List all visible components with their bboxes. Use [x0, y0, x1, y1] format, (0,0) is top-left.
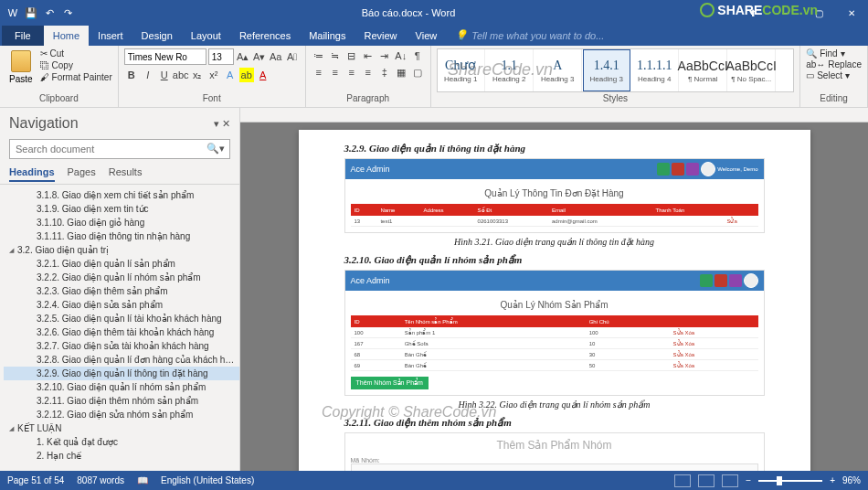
font-color-icon[interactable]: A: [256, 68, 270, 82]
print-layout-button[interactable]: [698, 474, 715, 487]
close-button[interactable]: ✕: [835, 0, 868, 26]
nav-heading-item[interactable]: 3.2.7. Giao diện sửa tài khoản khách hàn…: [4, 339, 239, 353]
shrink-font-icon[interactable]: A▾: [252, 49, 267, 64]
nav-tab-pages[interactable]: Pages: [68, 166, 96, 182]
borders-icon[interactable]: ▢: [410, 65, 425, 80]
text-effects-icon[interactable]: A: [223, 68, 238, 82]
page-status[interactable]: Page 51 of 54: [7, 475, 64, 485]
align-center-icon[interactable]: ≡: [328, 65, 343, 80]
nav-heading-item[interactable]: 3.2.9. Giao diện quản lí thông tin đặt h…: [4, 367, 239, 380]
search-icon[interactable]: 🔍▾: [206, 143, 225, 154]
style-item[interactable]: AHeading 3: [535, 49, 582, 91]
logo-icon: [700, 3, 715, 17]
word-count[interactable]: 8087 words: [77, 475, 124, 485]
paste-button[interactable]: Paste: [5, 48, 37, 86]
replace-button[interactable]: ab↔ Replace: [806, 59, 862, 69]
nav-heading-item[interactable]: 3.2.10. Giao diện quản lí nhóm sản phẩm: [4, 380, 239, 394]
nav-heading-item[interactable]: 3.2.8. Giao diện quản lí đơn hàng của kh…: [4, 353, 239, 367]
nav-heading-item[interactable]: 3.2.12. Giao diện sửa nhóm sản phẩm: [4, 408, 239, 421]
tab-mailings[interactable]: Mailings: [300, 26, 355, 46]
nav-heading-item[interactable]: 3.2.4. Giao diện sửa sản phẩm: [4, 298, 239, 312]
nav-heading-item[interactable]: 2. Hạn chế: [4, 449, 239, 463]
tab-references[interactable]: References: [230, 26, 300, 46]
align-right-icon[interactable]: ≡: [344, 65, 359, 80]
increase-indent-icon[interactable]: ⇥: [377, 48, 392, 63]
grow-font-icon[interactable]: A▴: [236, 49, 250, 64]
zoom-level[interactable]: 96%: [842, 475, 861, 485]
zoom-out-button[interactable]: −: [746, 475, 751, 485]
select-button[interactable]: ▭ Select ▾: [806, 70, 862, 80]
cut-button[interactable]: ✂ Cut: [40, 48, 112, 59]
format-painter-button[interactable]: 🖌 Format Painter: [40, 72, 112, 82]
nav-close-button[interactable]: ▾ ✕: [214, 118, 230, 130]
nav-heading-item[interactable]: 3.2.6. Giao diện thêm tài khoản khách hà…: [4, 325, 239, 339]
style-gallery[interactable]: ChươHeading 11.1Heading 2AHeading 31.4.1…: [437, 48, 794, 92]
tab-layout[interactable]: Layout: [182, 26, 230, 46]
web-layout-button[interactable]: [722, 474, 738, 487]
nav-tab-results[interactable]: Results: [109, 166, 143, 182]
nav-heading-item[interactable]: 3.1.8. Giao diện xem chi tiết sản phẩm: [4, 188, 239, 202]
nav-tab-headings[interactable]: Headings: [9, 166, 55, 182]
ruler[interactable]: [240, 108, 868, 122]
heading-3210: 3.2.10. Giao diện quản lí nhóm sản phẩm: [344, 254, 765, 266]
style-item[interactable]: 1.4.1Heading 3: [583, 49, 630, 91]
subscript-icon[interactable]: x₂: [190, 68, 205, 82]
bullets-icon[interactable]: ≔: [312, 48, 326, 63]
sort-icon[interactable]: A↓: [394, 48, 408, 63]
shading-icon[interactable]: ▦: [394, 65, 408, 80]
style-item[interactable]: ChươHeading 1: [438, 49, 485, 91]
nav-search-input[interactable]: [9, 139, 230, 159]
copy-button[interactable]: ⿻ Copy: [40, 60, 112, 70]
show-marks-icon[interactable]: ¶: [410, 48, 425, 63]
nav-heading-item[interactable]: 3.2.3. Giao diện thêm sản phẩm: [4, 284, 239, 298]
strike-icon[interactable]: abc: [174, 68, 188, 82]
nav-heading-item[interactable]: 3.2.2. Giao diện quản lí nhóm sản phẩm: [4, 271, 239, 284]
style-item[interactable]: AaBbCcI¶ Normal: [680, 49, 727, 91]
zoom-in-button[interactable]: +: [830, 475, 835, 485]
language-status[interactable]: English (United States): [161, 475, 254, 485]
save-icon[interactable]: 💾: [24, 5, 38, 20]
redo-icon[interactable]: ↷: [60, 5, 75, 20]
nav-heading-item[interactable]: 3.2.1. Giao diện quản lí sản phẩm: [4, 257, 239, 271]
line-spacing-icon[interactable]: ‡: [377, 65, 392, 80]
highlight-icon[interactable]: ab: [239, 68, 254, 82]
nav-heading-item[interactable]: 3.1.9. Giao diện xem tin tức: [4, 202, 239, 216]
align-left-icon[interactable]: ≡: [312, 65, 326, 80]
nav-heading-item[interactable]: 3.2.11. Giao diện thêm nhóm sản phẩm: [4, 394, 239, 408]
spell-check-icon[interactable]: 📖: [137, 475, 148, 485]
underline-icon[interactable]: U: [157, 68, 172, 82]
undo-icon[interactable]: ↶: [42, 5, 57, 20]
style-item[interactable]: 1.1Heading 2: [486, 49, 534, 91]
nav-heading-item[interactable]: 3.1.11. Giao diện thông tin nhận hàng: [4, 229, 239, 243]
font-name-input[interactable]: [124, 48, 206, 65]
tab-home[interactable]: Home: [44, 26, 89, 46]
multilevel-icon[interactable]: ⊟: [344, 48, 359, 63]
nav-tree[interactable]: 3.1.8. Giao diện xem chi tiết sản phẩm3.…: [0, 185, 239, 471]
tab-file[interactable]: File: [2, 26, 44, 46]
find-button[interactable]: 🔍 Find ▾: [806, 48, 862, 59]
numbering-icon[interactable]: ≒: [328, 48, 343, 63]
style-item[interactable]: 1.1.1.1Heading 4: [631, 49, 679, 91]
clear-format-icon[interactable]: A⃠: [285, 49, 300, 64]
decrease-indent-icon[interactable]: ⇤: [361, 48, 376, 63]
tab-view[interactable]: View: [407, 26, 447, 46]
tab-review[interactable]: Review: [355, 26, 407, 46]
italic-icon[interactable]: I: [141, 68, 155, 82]
document-area[interactable]: 3.2.9. Giao diện quản lí thông tin đặt h…: [240, 108, 868, 471]
style-item[interactable]: AaBbCcI¶ No Spac...: [728, 49, 776, 91]
nav-heading-item[interactable]: ◢ 3.2. Giao diện quản trị: [4, 243, 239, 257]
font-size-input[interactable]: [208, 48, 234, 65]
justify-icon[interactable]: ≡: [361, 65, 376, 80]
superscript-icon[interactable]: x²: [206, 68, 221, 82]
tab-design[interactable]: Design: [132, 26, 182, 46]
tell-me-input[interactable]: 💡 Tell me what you want to do...: [446, 25, 613, 46]
bold-icon[interactable]: B: [124, 68, 139, 82]
read-mode-button[interactable]: [674, 474, 691, 487]
nav-heading-item[interactable]: 3.2.5. Giao diện quản lí tài khoản khách…: [4, 312, 239, 325]
nav-heading-item[interactable]: ◢ KẾT LUẬN: [4, 421, 239, 435]
zoom-slider[interactable]: [758, 480, 822, 482]
change-case-icon[interactable]: Aa: [269, 49, 283, 64]
nav-heading-item[interactable]: 1. Kết quả đạt được: [4, 435, 239, 449]
tab-insert[interactable]: Insert: [89, 26, 132, 46]
nav-heading-item[interactable]: 3.1.10. Giao diện giỏ hàng: [4, 216, 239, 229]
